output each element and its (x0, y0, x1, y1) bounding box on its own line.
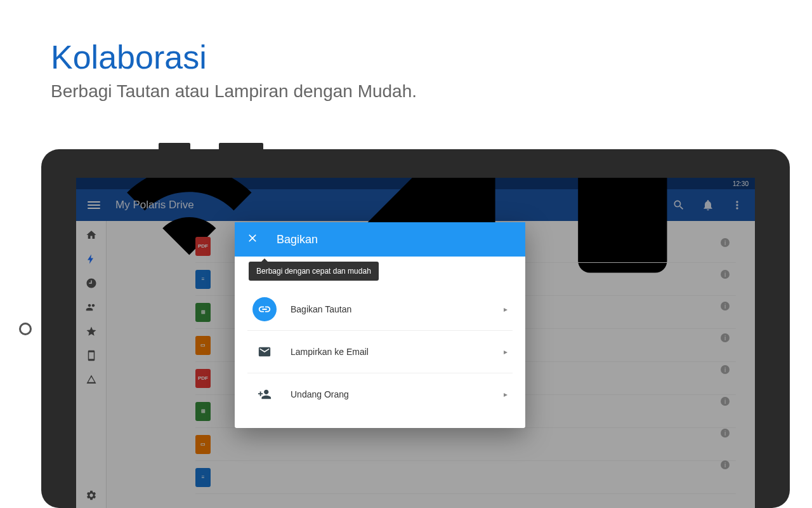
close-icon[interactable] (246, 232, 259, 247)
promo-title: Kolaborasi (51, 38, 812, 76)
share-invite-label: Undang Orang (291, 389, 504, 399)
chevron-right-icon: ▸ (504, 390, 508, 399)
person-add-icon (252, 382, 277, 406)
chevron-right-icon: ▸ (504, 305, 508, 314)
share-link-option[interactable]: Bagikan Tautan ▸ (247, 288, 513, 331)
share-invite-option[interactable]: Undang Orang ▸ (247, 373, 513, 415)
link-icon (252, 297, 277, 321)
share-email-option[interactable]: Lampirkan ke Email ▸ (247, 331, 513, 373)
camera-icon (19, 323, 32, 335)
share-email-label: Lampirkan ke Email (291, 347, 504, 357)
tablet-frame: 12:30 My Polaris Drive (41, 149, 790, 508)
share-link-label: Bagikan Tautan (291, 304, 504, 314)
mail-icon (252, 340, 277, 364)
share-dialog: Bagikan Berbagi dengan cepat dan mudah B… (235, 222, 525, 428)
promo-subtitle: Berbagi Tautan atau Lampiran dengan Muda… (51, 81, 812, 102)
share-tooltip: Berbagi dengan cepat dan mudah (249, 262, 379, 281)
dialog-title: Bagikan (277, 233, 318, 246)
chevron-right-icon: ▸ (504, 347, 508, 356)
